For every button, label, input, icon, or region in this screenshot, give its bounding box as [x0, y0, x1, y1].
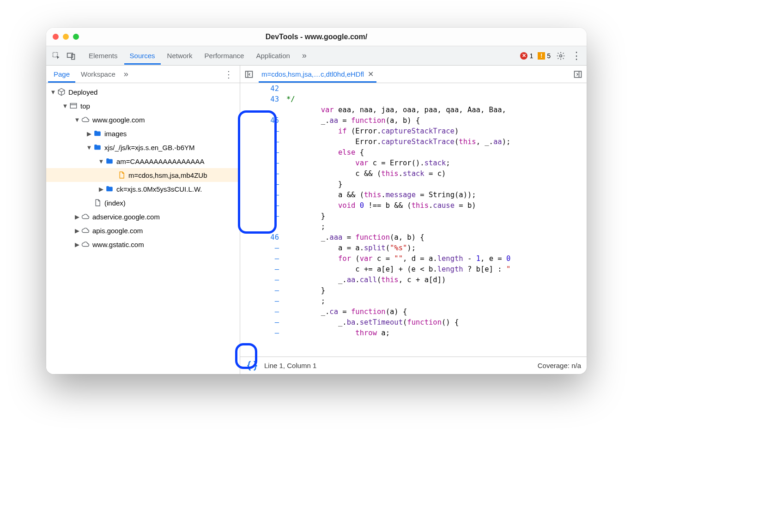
minimize-window-button[interactable]	[63, 34, 69, 40]
subtab-workspace[interactable]: Workspace	[75, 66, 121, 83]
error-count-badge[interactable]: ✕ 1	[520, 52, 533, 60]
code-line[interactable]: a && (this.message = String(a));	[286, 190, 587, 200]
code-line[interactable]: _.ca = function(a) {	[286, 307, 587, 317]
code-line[interactable]: Error.captureStackTrace(this, _.aa);	[286, 137, 587, 147]
line-number[interactable]: 42	[240, 84, 279, 94]
code-line[interactable]: c += a[e] + (e < b.length ? b[e] : "	[286, 264, 587, 275]
tree-item[interactable]: ▶www.gstatic.com	[46, 237, 240, 251]
line-number-gutter[interactable]: 424345–––––––––46–––––––––	[240, 83, 284, 357]
tree-item[interactable]: ▼xjs/_/js/k=xjs.s.en_GB.-b6YM	[46, 140, 240, 154]
code-line[interactable]: _.ba.setTimeout(function() {	[286, 317, 587, 328]
warning-count: 5	[547, 52, 551, 60]
code-line[interactable]: c && (this.stack = c)	[286, 169, 587, 179]
line-number[interactable]: 45	[240, 115, 279, 126]
expand-arrow-icon[interactable]: ▶	[74, 227, 80, 234]
more-menu-icon[interactable]: ⋮	[571, 50, 582, 61]
tab-sources[interactable]: Sources	[124, 47, 161, 65]
expand-arrow-icon[interactable]: ▶	[86, 130, 92, 137]
line-number[interactable]	[240, 222, 279, 232]
line-number[interactable]: –	[240, 147, 279, 158]
more-tabs-button[interactable]: »	[299, 51, 309, 60]
expand-arrow-icon[interactable]: ▶	[98, 186, 104, 193]
line-number[interactable]: –	[240, 243, 279, 254]
file-icon	[116, 171, 127, 179]
tab-network[interactable]: Network	[162, 47, 198, 65]
tree-item[interactable]: m=cdos,hsm,jsa,mb4ZUb	[46, 168, 240, 182]
warning-count-badge[interactable]: ! 5	[538, 52, 551, 60]
toggle-debugger-icon[interactable]	[572, 70, 584, 79]
tree-item[interactable]: ▼Deployed	[46, 85, 240, 99]
code-line[interactable]: ;	[286, 296, 587, 307]
line-number[interactable]	[240, 105, 279, 115]
close-window-button[interactable]	[53, 34, 59, 40]
tree-item-label: Deployed	[68, 88, 97, 96]
tab-performance[interactable]: Performance	[199, 47, 250, 65]
line-number[interactable]: –	[240, 200, 279, 211]
inspect-element-icon[interactable]	[51, 50, 62, 61]
settings-icon[interactable]	[555, 50, 566, 61]
zoom-window-button[interactable]	[73, 34, 79, 40]
tab-elements[interactable]: Elements	[83, 47, 123, 65]
code-editor[interactable]: */ var eaa, naa, jaa, oaa, paa, qaa, Aaa…	[284, 83, 587, 357]
expand-arrow-icon[interactable]: ▼	[50, 89, 56, 96]
line-number[interactable]: –	[240, 254, 279, 264]
code-line[interactable]: void 0 !== b && (this.cause = b)	[286, 200, 587, 211]
line-number[interactable]: –	[240, 126, 279, 137]
navigator-more-icon[interactable]: ⋮	[219, 69, 238, 80]
code-line[interactable]	[286, 84, 587, 94]
code-line[interactable]: }	[286, 179, 587, 190]
tree-item[interactable]: ▶images	[46, 127, 240, 140]
toggle-navigator-icon[interactable]	[243, 70, 255, 79]
pretty-print-icon[interactable]	[246, 359, 259, 372]
code-line[interactable]: _.aa.call(this, c + a[d])	[286, 275, 587, 285]
tree-item[interactable]: (index)	[46, 196, 240, 210]
tree-item[interactable]: ▶adservice.google.com	[46, 210, 240, 224]
more-subtabs-button[interactable]: »	[121, 69, 131, 79]
file-tab[interactable]: m=cdos,hsm,jsa,…c,dtl0hd,eHDfl ✕	[259, 66, 376, 83]
code-line[interactable]: else {	[286, 147, 587, 158]
line-number[interactable]: –	[240, 275, 279, 285]
code-line[interactable]: throw a;	[286, 328, 587, 339]
line-number[interactable]: –	[240, 179, 279, 190]
code-line[interactable]: }	[286, 211, 587, 222]
code-line[interactable]: a = a.split("%s");	[286, 243, 587, 254]
code-line[interactable]: for (var c = "", d = a.length - 1, e = 0	[286, 254, 587, 264]
expand-arrow-icon[interactable]: ▶	[74, 213, 80, 220]
line-number[interactable]: –	[240, 211, 279, 222]
close-tab-icon[interactable]: ✕	[368, 70, 374, 79]
tree-item[interactable]: ▶ck=xjs.s.0Mx5ys3sCUI.L.W.	[46, 182, 240, 196]
line-number[interactable]: –	[240, 190, 279, 200]
line-number[interactable]: –	[240, 264, 279, 275]
tab-application[interactable]: Application	[250, 47, 295, 65]
device-toolbar-icon[interactable]	[66, 50, 77, 61]
tree-item[interactable]: ▼www.google.com	[46, 113, 240, 127]
code-line[interactable]: if (Error.captureStackTrace)	[286, 126, 587, 137]
warning-icon: !	[538, 52, 545, 60]
line-number[interactable]: –	[240, 158, 279, 169]
line-number[interactable]: –	[240, 307, 279, 317]
code-line[interactable]: _.aaa = function(a, b) {	[286, 232, 587, 243]
tree-item[interactable]: ▼top	[46, 99, 240, 113]
code-line[interactable]: }	[286, 285, 587, 296]
expand-arrow-icon[interactable]: ▼	[62, 103, 68, 109]
line-number[interactable]: –	[240, 317, 279, 328]
subtab-page[interactable]: Page	[48, 66, 75, 83]
expand-arrow-icon[interactable]: ▼	[74, 116, 80, 123]
code-line[interactable]: var c = Error().stack;	[286, 158, 587, 169]
code-line[interactable]: _.aa = function(a, b) {	[286, 115, 587, 126]
expand-arrow-icon[interactable]: ▼	[86, 144, 92, 151]
line-number[interactable]: –	[240, 137, 279, 147]
line-number[interactable]: 46	[240, 232, 279, 243]
line-number[interactable]: –	[240, 285, 279, 296]
code-line[interactable]: */	[286, 94, 587, 105]
code-line[interactable]: var eaa, naa, jaa, oaa, paa, qaa, Aaa, B…	[286, 105, 587, 115]
tree-item[interactable]: ▼am=CAAAAAAAAAAAAAAA	[46, 154, 240, 168]
expand-arrow-icon[interactable]: ▼	[98, 158, 104, 165]
line-number[interactable]: –	[240, 328, 279, 339]
line-number[interactable]: –	[240, 296, 279, 307]
expand-arrow-icon[interactable]: ▶	[74, 241, 80, 248]
tree-item[interactable]: ▶apis.google.com	[46, 224, 240, 237]
line-number[interactable]: 43	[240, 94, 279, 105]
line-number[interactable]: –	[240, 169, 279, 179]
code-line[interactable]: ;	[286, 222, 587, 232]
